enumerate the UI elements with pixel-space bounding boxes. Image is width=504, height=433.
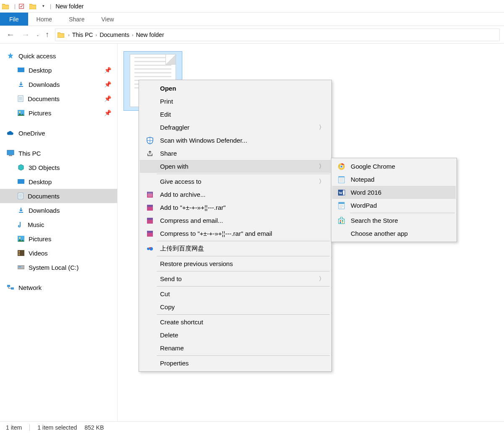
ctx-restore-versions[interactable]: Restore previous versions <box>140 257 331 270</box>
sidebar-desktop-2[interactable]: Desktop <box>0 175 117 189</box>
ctx-create-shortcut[interactable]: Create shortcut <box>140 316 331 329</box>
submenu-label: Word 2016 <box>351 189 381 196</box>
sidebar-onedrive[interactable]: OneDrive <box>0 126 117 140</box>
svg-text:W: W <box>339 191 343 195</box>
submenu-wordpad[interactable]: WordPad <box>332 199 456 212</box>
qat-folder-icon[interactable] <box>29 3 37 10</box>
submenu-choose-another[interactable]: Choose another app <box>332 227 456 240</box>
ctx-separator <box>157 256 330 256</box>
qat-save-icon[interactable] <box>18 3 25 9</box>
ctx-separator <box>157 314 330 315</box>
tab-file[interactable]: File <box>0 13 28 26</box>
window-title: New folder <box>55 3 84 10</box>
ctx-scan-defender[interactable]: Scan with Windows Defender... <box>140 134 331 147</box>
svg-rect-18 <box>18 251 20 252</box>
sidebar-documents[interactable]: Documents 📌 <box>0 91 117 106</box>
sidebar-network[interactable]: Network <box>0 280 117 295</box>
ctx-add-to-rar[interactable]: Add to "+±-+-»+¦¦---.rar" <box>140 201 331 214</box>
chevron-right-icon: 〉 <box>319 178 325 185</box>
breadcrumb-documents[interactable]: Documents <box>100 31 129 38</box>
chevron-right-icon: 〉 <box>319 275 325 283</box>
sidebar-videos[interactable]: Videos <box>0 246 117 260</box>
sidebar-music[interactable]: Music <box>0 217 117 232</box>
svg-rect-33 <box>147 231 153 233</box>
sidebar-item-label: Documents <box>28 95 60 102</box>
sidebar-desktop[interactable]: Desktop 📌 <box>0 63 117 77</box>
ctx-send-to[interactable]: Send to〉 <box>140 272 331 285</box>
tab-view[interactable]: View <box>93 13 122 26</box>
submenu-notepad[interactable]: Notepad <box>332 173 456 186</box>
sidebar-item-label: Downloads <box>29 81 60 88</box>
ctx-cut[interactable]: Cut <box>140 287 331 300</box>
ctx-open-with[interactable]: Open with〉 <box>140 160 331 173</box>
sidebar-item-label: Documents <box>28 193 60 200</box>
svg-rect-28 <box>147 206 153 211</box>
sidebar-pictures[interactable]: Pictures 📌 <box>0 106 117 120</box>
ctx-give-access[interactable]: Give access to〉 <box>140 175 331 188</box>
3d-objects-icon <box>18 164 24 171</box>
ctx-share[interactable]: Share <box>140 147 331 160</box>
svg-rect-20 <box>18 254 20 255</box>
nav-history-dropdown[interactable]: ⌄ <box>36 33 39 37</box>
sidebar-pictures-2[interactable]: Pictures <box>0 232 117 246</box>
svg-rect-56 <box>340 222 341 223</box>
ctx-copy[interactable]: Copy <box>140 300 331 313</box>
sidebar-documents-active[interactable]: Documents <box>0 189 117 203</box>
word-icon: W <box>337 188 346 197</box>
submenu-chrome[interactable]: Google Chrome <box>332 160 456 173</box>
status-bar: 1 item 1 item selected 852 KB <box>0 421 504 433</box>
ctx-print[interactable]: Print <box>140 95 331 108</box>
ctx-delete[interactable]: Delete <box>140 329 331 342</box>
submenu-search-store[interactable]: Search the Store <box>332 214 456 227</box>
qat-customize-icon[interactable]: ▼ <box>42 4 45 8</box>
winrar-icon <box>146 216 154 225</box>
ctx-edit[interactable]: Edit <box>140 108 331 121</box>
sidebar-system-local[interactable]: System Local (C:) <box>0 260 117 274</box>
pictures-icon <box>18 110 24 116</box>
chevron-right-icon: 〉 <box>319 163 325 170</box>
breadcrumb[interactable]: › This PC › Documents › New folder <box>55 29 500 41</box>
titlebar-separator: | <box>14 3 16 9</box>
sidebar-downloads[interactable]: Downloads 📌 <box>0 77 117 91</box>
ctx-rename[interactable]: Rename <box>140 342 331 355</box>
ctx-add-archive[interactable]: Add to archive... <box>140 188 331 201</box>
tab-home[interactable]: Home <box>28 13 60 26</box>
submenu-word[interactable]: W Word 2016 <box>332 186 456 199</box>
computer-icon <box>7 150 14 157</box>
pictures-icon <box>18 236 24 242</box>
nav-forward-button[interactable]: → <box>21 30 30 39</box>
svg-rect-55 <box>342 220 343 222</box>
defender-icon <box>146 136 154 145</box>
breadcrumb-new-folder[interactable]: New folder <box>136 31 164 38</box>
ctx-open[interactable]: Open <box>140 82 331 95</box>
navigation-pane: Quick access Desktop 📌 Downloads 📌 Docum… <box>0 44 118 421</box>
breadcrumb-this-pc[interactable]: This PC <box>72 31 93 38</box>
folder-icon <box>2 3 9 10</box>
sidebar-this-pc[interactable]: This PC <box>0 146 117 160</box>
ctx-compress-to-rar-email[interactable]: Compress to "+±-+-»+¦¦---.rar" and email <box>140 227 331 240</box>
svg-rect-54 <box>340 220 341 222</box>
svg-rect-27 <box>148 193 152 197</box>
svg-rect-23 <box>7 285 10 287</box>
svg-rect-19 <box>18 253 20 253</box>
chrome-icon <box>337 162 346 171</box>
sidebar-quick-access[interactable]: Quick access <box>0 49 117 63</box>
ctx-defraggler[interactable]: Defraggler〉 <box>140 121 331 134</box>
nav-up-button[interactable]: ↑ <box>45 30 49 39</box>
sidebar-downloads-2[interactable]: Downloads <box>0 203 117 217</box>
sidebar-item-label: Downloads <box>29 207 60 214</box>
status-selection: 1 item selected <box>37 424 77 431</box>
nav-back-button[interactable]: ← <box>6 30 15 39</box>
sidebar-3d-objects[interactable]: 3D Objects <box>0 160 117 175</box>
ctx-properties[interactable]: Properties <box>140 357 331 370</box>
navigation-bar: ← → ⌄ ↑ › This PC › Documents › New fold… <box>0 26 504 44</box>
tab-share[interactable]: Share <box>60 13 93 26</box>
share-icon <box>146 149 154 158</box>
store-icon <box>337 216 346 225</box>
ctx-compress-email[interactable]: Compress and email... <box>140 214 331 227</box>
desktop-icon <box>18 179 24 185</box>
breadcrumb-folder-icon <box>57 31 65 39</box>
desktop-icon <box>18 67 24 73</box>
titlebar-separator-2: | <box>50 3 51 9</box>
ctx-baidu[interactable]: 上传到百度网盘 <box>140 242 331 255</box>
